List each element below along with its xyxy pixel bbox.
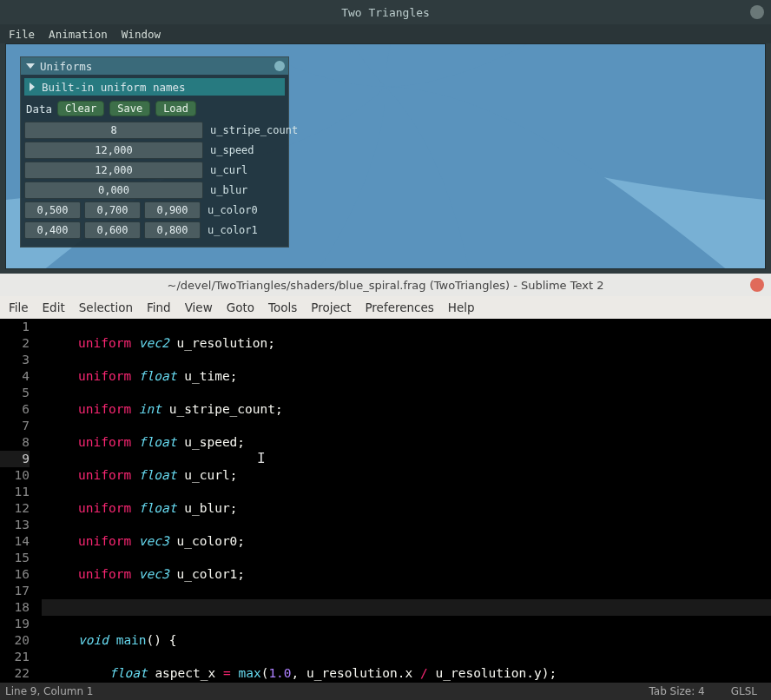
uniform-label: u_stripe_count [207,124,298,136]
line-number: 16 [0,566,30,583]
uniform-value[interactable]: 0,700 [84,201,141,219]
line-number: 6 [0,401,30,418]
panel-header[interactable]: Uniforms [21,57,288,75]
line-number: 3 [0,352,30,368]
uniform-row: 8 u_stripe_count [24,122,285,139]
line-number: 15 [0,550,30,566]
top-titlebar[interactable]: Two Triangles [0,0,771,24]
panel-title: Uniforms [40,60,92,73]
st-title: ~/devel/TwoTriangles/shaders/blue_spiral… [168,279,604,292]
uniform-label: u_color0 [204,204,258,216]
uniform-value[interactable]: 0,500 [24,201,81,219]
menu-project[interactable]: Project [311,300,351,314]
menu-edit[interactable]: Edit [43,300,65,314]
line-number: 19 [0,616,30,632]
menu-window[interactable]: Window [122,28,161,41]
menu-preferences[interactable]: Preferences [365,300,433,314]
uniform-value[interactable]: 0,800 [144,221,201,239]
line-number: 18 [0,599,30,616]
uniform-value[interactable]: 0,400 [24,221,81,239]
uniform-label: u_curl [207,164,247,176]
data-buttons-row: Data Clear Save Load [24,101,285,116]
uniform-row: 12,000 u_curl [24,162,285,179]
line-number: 8 [0,434,30,451]
uniform-label: u_color1 [204,224,258,236]
editor[interactable]: 1 2 3 4 5 6 7 8 9 10 11 12 13 14 15 16 1… [0,319,771,683]
uniform-row: 0,500 0,700 0,900 u_color0 [24,201,285,219]
line-number: 21 [0,649,30,665]
top-menubar: File Animation Window [0,24,771,43]
uniform-row: 12,000 u_speed [24,142,285,159]
panel-dot-icon[interactable] [274,61,285,71]
menu-goto[interactable]: Goto [227,300,254,314]
data-label: Data [26,102,52,116]
shader-viewport: Uniforms Built-in uniform names Data Cle… [5,43,766,269]
menu-file[interactable]: File [9,28,35,41]
text-caret-icon [261,452,262,467]
st-menubar: File Edit Selection Find View Goto Tools… [0,296,771,319]
status-tab-size[interactable]: Tab Size: 4 [649,685,704,697]
status-bar: Line 9, Column 1 Tab Size: 4 GLSL [0,683,771,700]
builtin-uniforms-toggle[interactable]: Built-in uniform names [24,78,285,96]
menu-animation[interactable]: Animation [49,28,108,41]
menu-find[interactable]: Find [147,300,171,314]
uniform-value[interactable]: 8 [24,122,203,139]
uniform-value[interactable]: 12,000 [24,142,203,159]
line-number: 13 [0,517,30,533]
gutter: 1 2 3 4 5 6 7 8 9 10 11 12 13 14 15 16 1… [0,319,42,683]
line-number: 5 [0,385,30,401]
expand-icon [30,83,35,91]
two-triangles-window: Two Triangles File Animation Window [0,0,771,274]
save-button[interactable]: Save [109,101,150,116]
uniform-value[interactable]: 0,000 [24,182,203,199]
line-number: 22 [0,665,30,682]
status-position[interactable]: Line 9, Column 1 [5,685,94,697]
line-number: 20 [0,632,30,649]
st-titlebar[interactable]: ~/devel/TwoTriangles/shaders/blue_spiral… [0,274,771,296]
top-title: Two Triangles [341,6,430,19]
line-number: 7 [0,418,30,434]
line-number: 10 [0,467,30,484]
menu-tools[interactable]: Tools [268,300,297,314]
line-number: 1 [0,319,30,335]
status-language[interactable]: GLSL [731,685,757,697]
panel-body: Built-in uniform names Data Clear Save L… [21,75,288,247]
builtin-label: Built-in uniform names [42,81,186,94]
clear-button[interactable]: Clear [57,101,104,116]
uniform-value[interactable]: 0,600 [84,221,141,239]
menu-view[interactable]: View [185,300,213,314]
uniform-label: u_speed [207,144,254,156]
uniform-value[interactable]: 12,000 [24,162,203,179]
sublime-window: ~/devel/TwoTriangles/shaders/blue_spiral… [0,274,771,700]
menu-help[interactable]: Help [448,300,475,314]
uniforms-panel: Uniforms Built-in uniform names Data Cle… [20,56,289,248]
uniform-value[interactable]: 0,900 [144,201,201,219]
line-number: 4 [0,368,30,385]
code-area[interactable]: uniform vec2 u_resolution; uniform float… [42,319,771,683]
close-icon[interactable] [750,278,764,292]
line-number: 9 [0,451,30,467]
load-button[interactable]: Load [155,101,196,116]
close-icon[interactable] [750,5,764,19]
line-number: 2 [0,335,30,352]
line-number: 14 [0,533,30,550]
uniform-row: 0,400 0,600 0,800 u_color1 [24,221,285,239]
uniform-row: 0,000 u_blur [24,182,285,199]
menu-selection[interactable]: Selection [79,300,133,314]
line-number: 12 [0,500,30,517]
line-number: 17 [0,583,30,599]
collapse-icon[interactable] [26,63,35,69]
uniform-label: u_blur [207,184,247,196]
line-number: 11 [0,484,30,500]
menu-file[interactable]: File [9,300,29,314]
